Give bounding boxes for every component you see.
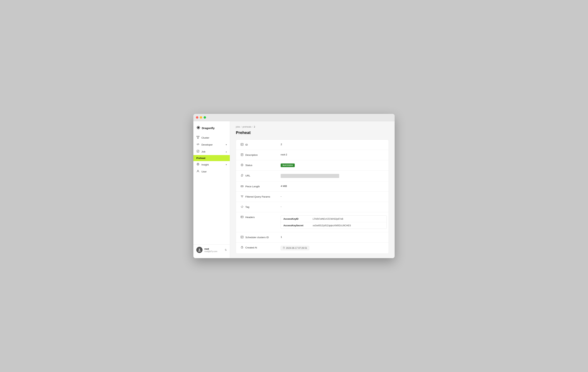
status-icon (240, 164, 244, 167)
breadcrumb-preheats[interactable]: preheats (242, 126, 251, 128)
breadcrumb-jobs[interactable]: jobs (236, 126, 240, 128)
svg-point-26 (242, 164, 242, 165)
svg-point-13 (198, 164, 199, 165)
created-at-label: Created At (240, 246, 281, 249)
svg-point-16 (199, 249, 200, 250)
id-value: 2 (281, 143, 384, 146)
breadcrumb-sep-1: / (241, 126, 242, 128)
timestamp-icon (283, 247, 285, 250)
svg-point-31 (242, 206, 242, 207)
preheat-detail-card: ID 2 (236, 140, 389, 254)
field-row-headers: Headers AccessKeyID LTAl5t7afhEvVZCMA92p… (236, 212, 388, 232)
headers-label-text: Headers (245, 216, 255, 219)
user-chevron-icon[interactable]: ⇅ (225, 248, 227, 251)
scheduler-clusters-id-label-text: Scheduler clusters ID (245, 236, 269, 239)
svg-rect-7 (198, 138, 199, 139)
header-key-2: AccessKeySecret (284, 224, 313, 227)
sidebar: Dragonfly Cluster (193, 121, 230, 258)
headers-icon (240, 216, 244, 219)
description-label-text: Description (245, 153, 258, 156)
header-val-1: LTAl5t7afhEvVZCMA92p87oB (313, 218, 343, 220)
svg-line-9 (198, 137, 199, 138)
cluster-label: Cluster (201, 136, 209, 139)
field-row-piece-length: Piece Length 4 MiB (236, 181, 388, 192)
svg-line-8 (197, 137, 198, 138)
svg-rect-32 (241, 216, 243, 218)
headers-value: AccessKeyID LTAl5t7afhEvVZCMA92p87oB Acc… (281, 216, 387, 229)
header-val-2: xsGel05J2yfGZqiqkoXM0f2cU9CHES (313, 224, 351, 227)
id-label-text: ID (245, 143, 248, 146)
status-label-text: Status (245, 164, 252, 167)
url-value (281, 174, 384, 178)
field-row-scheduler-clusters-id: Scheduler clusters ID 1 (236, 232, 388, 242)
scheduler-clusters-id-icon (240, 236, 244, 239)
sidebar-item-user[interactable]: User (193, 168, 230, 175)
app-name: Dragonfly (202, 127, 215, 130)
field-row-created-at: Created At 2024-06-17 07:26:51 (236, 242, 388, 253)
field-row-description: Description root-2 (236, 150, 388, 160)
svg-point-4 (198, 127, 199, 128)
app-window: Dragonfly Cluster (193, 114, 395, 258)
minimize-button[interactable] (200, 116, 202, 119)
description-label: Description (240, 153, 281, 157)
dragonfly-logo-icon (196, 126, 200, 131)
sidebar-nav: Cluster Developer ▾ (193, 134, 230, 244)
created-at-icon (240, 246, 244, 249)
svg-point-18 (241, 144, 242, 145)
piece-length-label-text: Piece Length (245, 185, 260, 188)
field-row-status: Status SUCCESS (236, 160, 388, 171)
piece-length-icon (240, 185, 244, 188)
id-icon (240, 143, 244, 146)
svg-point-25 (241, 164, 243, 166)
close-button[interactable] (196, 116, 198, 119)
status-label: Status (240, 164, 281, 167)
insight-chevron-icon: ▾ (226, 164, 227, 166)
page-title: Preheat (236, 130, 389, 135)
sidebar-footer: root root@d7y.com ⇅ (193, 244, 230, 255)
user-email: root@d7y.com (204, 250, 223, 252)
url-label: URL (240, 174, 281, 177)
breadcrumb-current: 2 (254, 126, 255, 128)
field-row-filtered-query-params: Filtered Query Params - (236, 192, 388, 202)
headers-row-1: AccessKeyID LTAl5t7afhEvVZCMA92p87oB (281, 216, 387, 222)
filter-icon (240, 195, 244, 198)
sidebar-item-job[interactable]: Job ▴ (193, 148, 230, 155)
developer-label: Developer (201, 143, 213, 146)
insight-icon (196, 163, 200, 166)
breadcrumb-sep-2: / (252, 126, 253, 128)
preheat-label: Preheat (196, 157, 205, 159)
user-label: User (201, 170, 207, 173)
created-at-value: 2024-06-17 07:26:51 (281, 246, 384, 250)
header-key-1: AccessKeyID (284, 218, 313, 220)
status-value: SUCCESS (281, 164, 384, 167)
field-row-url: URL (236, 171, 388, 181)
tag-icon (240, 205, 244, 209)
description-icon (240, 153, 244, 157)
job-label: Job (201, 150, 205, 153)
svg-rect-5 (197, 136, 198, 137)
svg-rect-6 (198, 136, 199, 137)
avatar (196, 247, 202, 253)
sidebar-item-insight[interactable]: Insight ▾ (193, 161, 230, 168)
scheduler-clusters-id-value: 1 (281, 236, 384, 238)
created-at-label-text: Created At (245, 246, 257, 249)
filtered-query-params-value: - (281, 195, 384, 198)
scheduler-clusters-id-label: Scheduler clusters ID (240, 236, 281, 239)
headers-table: AccessKeyID LTAl5t7afhEvVZCMA92p87oB Acc… (281, 216, 387, 229)
svg-rect-11 (197, 150, 199, 152)
insight-label: Insight (201, 163, 209, 166)
sidebar-item-preheat[interactable]: Preheat (193, 155, 230, 161)
description-value: root-2 (281, 153, 384, 156)
filtered-query-params-label: Filtered Query Params (240, 195, 281, 198)
svg-point-36 (241, 237, 242, 237)
app-body: Dragonfly Cluster (193, 121, 395, 258)
url-placeholder-bar (281, 174, 339, 178)
sidebar-item-developer[interactable]: Developer ▾ (193, 141, 230, 148)
maximize-button[interactable] (204, 116, 206, 119)
svg-line-10 (198, 143, 198, 145)
titlebar (193, 114, 395, 121)
url-icon (240, 174, 244, 177)
tag-label-text: Tag (245, 206, 249, 208)
sidebar-item-cluster[interactable]: Cluster (193, 134, 230, 141)
user-info: root root@d7y.com (204, 248, 223, 252)
